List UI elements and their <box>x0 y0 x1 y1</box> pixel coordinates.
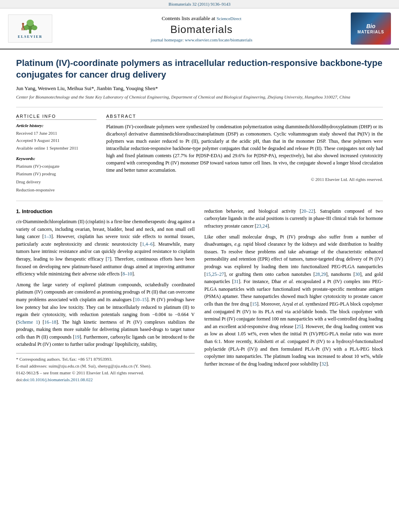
accepted-date: Accepted 9 August 2011 <box>16 137 97 144</box>
footnote-issn: 0142-9612/$ – see front matter © 2011 El… <box>16 370 195 376</box>
affiliation: Center for Bionanotechnology and the Sta… <box>16 94 383 100</box>
elsevier-text: ELSEVIER <box>18 35 43 39</box>
journal-logo-text: Bio materials <box>358 23 385 34</box>
article-info-abstract: ARTICLE INFO Article history: Received 1… <box>16 114 383 194</box>
article-history-label: Article history: <box>16 123 97 128</box>
authors-text: Jun Yang, Wenwen Liu, Meihua Sui*, Jianb… <box>16 85 158 91</box>
body-left-col: 1. Introduction cis-Diamminedichloroplat… <box>16 207 195 383</box>
svg-rect-7 <box>22 28 23 30</box>
copyright: © 2011 Elsevier Ltd. All rights reserved… <box>106 177 383 182</box>
footnote-area: * Corresponding authors. Tel./fax: +86 5… <box>16 353 195 383</box>
sciencedirect-link[interactable]: ScienceDirect <box>216 16 241 21</box>
citation-bar: Biomaterials 32 (2011) 9136–9143 <box>0 0 399 8</box>
citation-text: Biomaterials 32 (2011) 9136–9143 <box>169 2 230 6</box>
section1-title: 1. Introduction <box>16 207 195 216</box>
body-columns: 1. Introduction cis-Diamminedichloroplat… <box>16 207 383 383</box>
keyword-3: Drug delivery <box>16 178 97 186</box>
journal-header: ELSEVIER Contents lists available at Sci… <box>0 8 399 49</box>
footnote-email: E-mail addresses: suim@zju.edu.cn (M. Su… <box>16 363 195 370</box>
article-info-col: ARTICLE INFO Article history: Received 1… <box>16 114 97 194</box>
header-divider <box>16 107 383 107</box>
authors: Jun Yang, Wenwen Liu, Meihua Sui*, Jianb… <box>16 85 383 92</box>
elsevier-logo: ELSEVIER <box>8 14 52 43</box>
svg-rect-8 <box>23 28 25 30</box>
footnote-doi: doi:doi:10.1016/j.biomaterials.2011.08.0… <box>16 376 195 383</box>
svg-point-3 <box>32 25 37 30</box>
intro-para-2: Among the large variety of explored plat… <box>16 281 195 348</box>
journal-header-center: Contents lists available at ScienceDirec… <box>52 15 351 42</box>
elsevier-tree-icon <box>18 18 42 35</box>
received-date: Received 17 June 2011 <box>16 129 97 137</box>
journal-title: Biomaterials <box>52 23 351 36</box>
keywords-label: Keywords: <box>16 156 97 161</box>
article-title: Platinum (IV)-coordinate polymers as int… <box>16 58 383 80</box>
sciencedirect-label: Contents lists available at ScienceDirec… <box>52 15 351 22</box>
journal-logo-box: Bio materials <box>351 12 391 45</box>
body-right-para-2: Like other small molecular drugs, Pt (IV… <box>204 233 383 368</box>
keywords-list: Platinum (IV)-conjugate Platinum (IV) pr… <box>16 162 97 194</box>
keyword-2: Platinum (IV) prodrug <box>16 170 97 178</box>
intro-para-1: cis-Diamminedichloroplatinum (II) (cispl… <box>16 218 195 278</box>
svg-point-4 <box>27 20 34 26</box>
svg-point-5 <box>22 23 24 25</box>
available-date: Available online 1 September 2011 <box>16 144 97 152</box>
article-info-heading: ARTICLE INFO <box>16 114 97 120</box>
footnote-corresponding: * Corresponding authors. Tel./fax: +86 5… <box>16 356 195 363</box>
abstract-col: ABSTRACT Platinum (IV)-coordinate polyme… <box>106 114 383 194</box>
body-right-para-1: reduction behavior, and biological activ… <box>204 207 383 230</box>
keyword-1: Platinum (IV)-conjugate <box>16 162 97 170</box>
main-content: Platinum (IV)-coordinate polymers as int… <box>0 49 399 391</box>
journal-homepage: journal homepage: www.elsevier.com/locat… <box>52 37 351 42</box>
keyword-4: Reduction-responsive <box>16 186 97 194</box>
abstract-heading: ABSTRACT <box>106 114 383 120</box>
section-divider <box>16 201 383 201</box>
body-right-col: reduction behavior, and biological activ… <box>204 207 383 383</box>
svg-rect-6 <box>22 25 24 28</box>
abstract-text: Platinum (IV)-coordinate polymers were s… <box>106 123 383 174</box>
